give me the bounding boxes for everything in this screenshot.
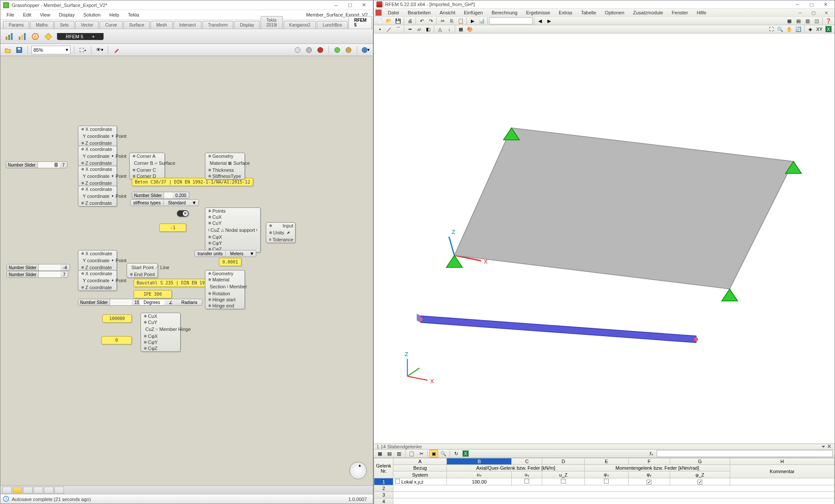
- table-row[interactable]: 2: [374, 485, 835, 492]
- tb-support[interactable]: △: [436, 25, 444, 33]
- rf-menu-ansicht[interactable]: Ansicht: [435, 9, 459, 17]
- tab-lunchbox[interactable]: LunchBox: [317, 21, 347, 29]
- hinge-node[interactable]: CuX CuY CuZ○Member Hinge CφX CφY CφZ: [141, 313, 181, 352]
- col-F[interactable]: F: [628, 458, 670, 465]
- row-num[interactable]: 1: [374, 478, 393, 485]
- tt-4[interactable]: 📋: [407, 450, 416, 457]
- rf-max[interactable]: ▢: [805, 0, 818, 8]
- tb-pan[interactable]: ✋: [785, 25, 794, 33]
- tb-help[interactable]: ❓: [824, 17, 833, 25]
- panel-0[interactable]: 0: [101, 336, 132, 344]
- tb-save[interactable]: 💾: [394, 17, 402, 25]
- vlist-angle[interactable]: Degrees ∠ Radians: [139, 299, 202, 306]
- shade-5[interactable]: [344, 45, 353, 55]
- rfem-io-node[interactable]: Input Units⬈ Tolerance: [266, 222, 295, 243]
- tb-solid[interactable]: ◧: [424, 25, 433, 33]
- shade-1[interactable]: [293, 45, 302, 55]
- tb-zoom-fit[interactable]: ⛶: [767, 25, 775, 33]
- rf-doc-min[interactable]: ─: [794, 9, 807, 17]
- tab-sets[interactable]: Sets: [54, 21, 74, 29]
- tab-surface[interactable]: Surface: [124, 21, 150, 29]
- btab-1[interactable]: [2, 487, 12, 494]
- tb-fwd[interactable]: ▶: [545, 17, 553, 25]
- point-node-4[interactable]: X coordinate Y coordinate✦Point Z coordi…: [78, 186, 117, 207]
- rf-close[interactable]: ✕: [819, 0, 832, 8]
- cull-toggle[interactable]: ✕: [177, 210, 189, 217]
- point-node-5[interactable]: X coordinate Y coordinate✦Point Z coordi…: [78, 250, 117, 271]
- table-pin-icon[interactable]: ⏷ ✕: [821, 444, 832, 449]
- shade-2[interactable]: [304, 45, 314, 55]
- cell-ux[interactable]: 100.00: [447, 478, 512, 485]
- tb-copy[interactable]: ⎘: [447, 17, 456, 25]
- btab-4[interactable]: [34, 487, 43, 494]
- tt-5[interactable]: ✂: [417, 450, 426, 457]
- rf-menu-datei[interactable]: Datei: [383, 9, 403, 17]
- gh-menu-file[interactable]: File: [2, 11, 19, 19]
- dropdown-icon[interactable]: ▾: [66, 47, 68, 53]
- cell-uz[interactable]: [542, 478, 585, 485]
- rf-menu-ergebnisse[interactable]: Ergebnisse: [522, 9, 554, 17]
- tb-zoom-win[interactable]: 🔍: [776, 25, 785, 33]
- slider-4[interactable]: Number Slider7: [7, 271, 68, 278]
- btab-2[interactable]: [13, 487, 22, 494]
- tt-xls-icon[interactable]: X: [461, 450, 470, 457]
- shade-6[interactable]: ▾: [361, 45, 370, 55]
- col-G[interactable]: G: [670, 458, 730, 465]
- zoom-combo[interactable]: 85%▾: [31, 46, 70, 54]
- rf-menu-zusatz[interactable]: Zusatzmodule: [629, 9, 667, 17]
- tab-rfem5[interactable]: RFEM 5: [349, 16, 372, 29]
- point-node-1[interactable]: X coordinate Y coordinate✦Point Z coordi…: [78, 126, 117, 147]
- tb-paste[interactable]: 📋: [456, 17, 465, 25]
- col-B[interactable]: B: [447, 458, 512, 465]
- tt-1[interactable]: ▦: [376, 450, 384, 457]
- tb-cut[interactable]: ✂: [438, 17, 447, 25]
- rf-data-table[interactable]: Gelenk Nr. A B C D E F G H Bezug Axial/Q…: [374, 458, 835, 504]
- slider-3[interactable]: Number Slider-4: [7, 264, 70, 271]
- tb-print[interactable]: 🖨: [406, 17, 414, 25]
- rb-3[interactable]: [29, 30, 41, 43]
- tt-2[interactable]: ▤: [385, 450, 394, 457]
- table-row[interactable]: 3: [374, 492, 835, 498]
- zoom-extents-icon[interactable]: ⛶▾: [78, 45, 87, 55]
- open-icon[interactable]: [3, 45, 13, 55]
- tab-mesh[interactable]: Mesh: [151, 21, 172, 29]
- rf-3d-view[interactable]: x z x z: [374, 33, 835, 444]
- tab-kangaroo[interactable]: Kangaroo2: [284, 21, 316, 29]
- point-node-2[interactable]: X coordinate Y coordinate✦Point Z coordi…: [78, 146, 117, 167]
- eye-icon[interactable]: 👁▾: [95, 45, 104, 55]
- btab-3[interactable]: [23, 487, 33, 494]
- compass-icon[interactable]: ▲: [349, 462, 367, 479]
- shade-4[interactable]: [332, 45, 342, 55]
- slider-5[interactable]: Number Slider15: [78, 299, 142, 306]
- tab-display[interactable]: Display: [234, 21, 260, 29]
- rf-menu-optionen[interactable]: Optionen: [600, 9, 629, 17]
- surface-4pt-node[interactable]: Corner A Corner B▱Surface Corner C Corne…: [129, 153, 165, 180]
- tb-xy[interactable]: XY: [815, 25, 824, 33]
- cell-px[interactable]: [585, 478, 628, 485]
- gh-menu-view[interactable]: View: [36, 11, 55, 19]
- tb-surface[interactable]: ▱: [415, 25, 423, 33]
- rf-menu-bearbeiten[interactable]: Bearbeiten: [403, 9, 435, 17]
- tb-redo[interactable]: ↷: [426, 17, 435, 25]
- gh-max[interactable]: ▢: [343, 1, 356, 9]
- member-node[interactable]: Geometry Material SectionIMember Rotatio…: [205, 270, 245, 309]
- rb-4[interactable]: [42, 30, 54, 43]
- tb-results[interactable]: 📊: [477, 17, 486, 25]
- tb-line[interactable]: ／: [385, 25, 393, 33]
- rf-menu-hilfe[interactable]: Hilfe: [692, 9, 711, 17]
- gh-menu-tekla[interactable]: Tekla: [124, 11, 144, 19]
- tb-xls-icon[interactable]: X: [824, 25, 833, 33]
- panel-section[interactable]: IPE 300: [134, 290, 172, 298]
- tab-transform[interactable]: Transform: [202, 21, 233, 29]
- tb-rotate[interactable]: 🔄: [794, 25, 803, 33]
- tb-view-3[interactable]: ▥: [803, 17, 812, 25]
- panel-neg1[interactable]: -1: [159, 224, 186, 232]
- gh-menu-help[interactable]: Help: [105, 11, 124, 19]
- tb-new[interactable]: 📄: [376, 17, 384, 25]
- tb-render[interactable]: 🎨: [466, 25, 474, 33]
- rfem-surface-node[interactable]: Geometry Material▦Surface Thickness Stif…: [205, 153, 245, 180]
- gh-close[interactable]: ✕: [357, 1, 370, 9]
- rf-doc-close[interactable]: ✕: [820, 9, 833, 17]
- opt-rad[interactable]: Radians: [177, 300, 202, 305]
- gh-menu-edit[interactable]: Edit: [19, 11, 36, 19]
